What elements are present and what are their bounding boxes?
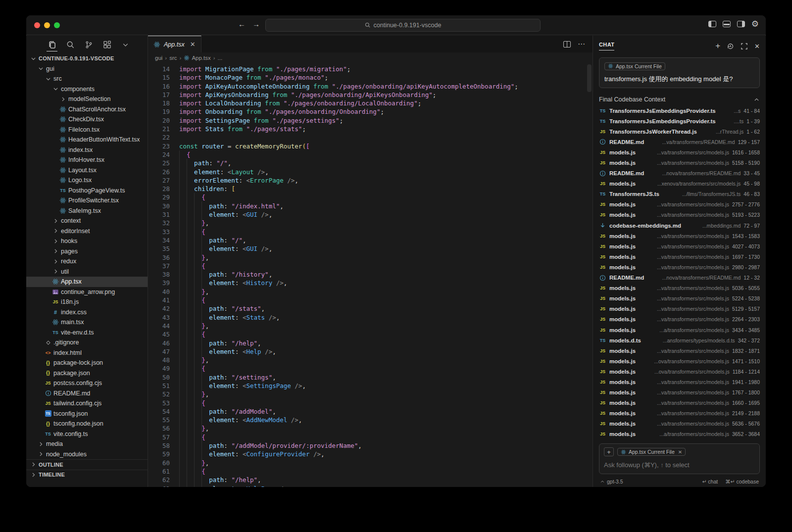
code-line-37[interactable]: 37 {	[148, 262, 593, 270]
context-item[interactable]: JSmodels.js...ova/transformers/src/model…	[599, 366, 760, 377]
code-line-36[interactable]: 36 },	[148, 253, 593, 262]
code-line-33[interactable]: 33 {	[148, 228, 593, 236]
breadcrumb[interactable]: gui›src›App.tsx›...	[148, 52, 593, 63]
context-item[interactable]: JSmodels.js...a/transformers/src/models.…	[599, 429, 760, 439]
tree-item-vite.config.ts[interactable]: TSvite.config.ts	[26, 429, 148, 439]
tree-item-index.tsx[interactable]: index.tsx	[26, 145, 148, 155]
code-line-54[interactable]: 54 path: "/addModel",	[148, 407, 593, 416]
extensions-icon[interactable]	[102, 39, 112, 50]
context-item[interactable]: JSmodels.js...va/transformers/src/models…	[599, 377, 760, 387]
tree-item-i18n.js[interactable]: JSi18n.js	[26, 297, 148, 307]
new-session-plus-icon[interactable]: +	[715, 41, 720, 51]
chat-panel-title[interactable]: CHAT	[599, 42, 614, 50]
tree-item-Layout.tsx[interactable]: Layout.tsx	[26, 165, 148, 176]
code-line-38[interactable]: 38 path: "/history",	[148, 270, 593, 279]
tree-item-node-modules[interactable]: node_modules	[26, 449, 148, 460]
code-line-20[interactable]: 20import SettingsPage from "./pages/sett…	[148, 116, 593, 125]
tree-item-ChatScrollAnchor.tsx[interactable]: ChatScrollAnchor.tsx	[26, 104, 148, 115]
code-line-27[interactable]: 27 errorElement: <ErrorPage />,	[148, 176, 593, 185]
code-line-23[interactable]: 23const router = createMemoryRouter([	[148, 142, 593, 150]
context-chip[interactable]: App.tsx Current File	[604, 62, 665, 70]
search-icon[interactable]	[65, 39, 75, 50]
context-item[interactable]: JSmodels.js...va/transformers/src/models…	[599, 345, 760, 356]
context-item[interactable]: JSmodels.js...va/transformers/src/models…	[599, 398, 760, 408]
context-item[interactable]: TSTransformersJS.ts.../llms/Transformers…	[599, 189, 760, 199]
toggle-bottom-panel-icon[interactable]	[723, 21, 731, 27]
context-item[interactable]: JSmodels.js...ova/transformers/src/model…	[599, 356, 760, 366]
tree-item-Logo.tsx[interactable]: Logo.tsx	[26, 175, 148, 186]
code-line-16[interactable]: 16import ApiKeyAutocompleteOnboarding fr…	[148, 82, 593, 91]
code-line-50[interactable]: 50 path: "/settings",	[148, 373, 593, 382]
tree-item-package.json[interactable]: {}package.json	[26, 368, 148, 379]
tree-item-index.html[interactable]: <>index.html	[26, 348, 148, 358]
code-line-45[interactable]: 45 {	[148, 330, 593, 339]
code-line-46[interactable]: 46 path: "/help",	[148, 339, 593, 347]
tree-item-main.tsx[interactable]: main.tsx	[26, 317, 148, 328]
source-control-icon[interactable]	[84, 39, 94, 50]
context-item[interactable]: JSmodels.js...va/transformers/src/models…	[599, 199, 760, 210]
close-tab-icon[interactable]: ✕	[190, 41, 196, 48]
tree-item-components[interactable]: components	[26, 84, 148, 95]
tree-item-continue-arrow.png[interactable]: continue_arrow.png	[26, 287, 148, 297]
sidebar-section-outline[interactable]: OUTLINE	[26, 459, 148, 470]
maximize-window-button[interactable]	[54, 22, 60, 28]
close-window-button[interactable]	[34, 22, 40, 28]
codebase-submit-hint[interactable]: ⌘↵ codebase	[725, 479, 759, 484]
code-line-57[interactable]: 57 {	[148, 433, 593, 441]
context-item[interactable]: JSmodels.js...va/transformers/src/models…	[599, 419, 760, 429]
tree-item-gui[interactable]: gui	[26, 64, 148, 74]
code-line-60[interactable]: 60 },	[148, 459, 593, 467]
model-selector[interactable]: gpt-3.5	[600, 479, 623, 484]
code-line-51[interactable]: 51 element: <SettingsPage />,	[148, 382, 593, 390]
context-item[interactable]: JSmodels.js...va/transformers/src/models…	[599, 283, 760, 293]
breadcrumb-item[interactable]: App.tsx	[184, 55, 210, 61]
tree-item-ProfileSwitcher.tsx[interactable]: ProfileSwitcher.tsx	[26, 195, 148, 206]
code-line-19[interactable]: 19import Onboarding from "./pages/onboar…	[148, 107, 593, 116]
tree-item-media[interactable]: media	[26, 439, 148, 449]
code-line-47[interactable]: 47 element: <Help />,	[148, 347, 593, 356]
history-icon[interactable]	[727, 43, 734, 50]
breadcrumb-item[interactable]: ...	[218, 55, 223, 61]
context-item[interactable]: JSmodels.js...a/transformers/src/models.…	[599, 325, 760, 335]
code-line-31[interactable]: 31 element: <GUI />,	[148, 210, 593, 219]
code-line-59[interactable]: 59 element: <ConfigureProvider />,	[148, 450, 593, 458]
context-item[interactable]: codebase-embeddings.md...mbeddings.md72 …	[599, 220, 760, 231]
tree-item-CheckDiv.tsx[interactable]: CheckDiv.tsx	[26, 114, 148, 125]
tree-item-src[interactable]: src	[26, 74, 148, 84]
context-item[interactable]: TSTransformersJsEmbeddingsProvider.ts...…	[599, 116, 760, 126]
breadcrumb-item[interactable]: src	[169, 55, 177, 61]
tree-item-tsconfig.json[interactable]: TStsconfig.json	[26, 409, 148, 419]
context-item[interactable]: README.md...nova/transformers/README.md3…	[599, 168, 760, 179]
tree-item-postcss.config.cjs[interactable]: JSpostcss.config.cjs	[26, 378, 148, 388]
code-line-48[interactable]: 48 },	[148, 356, 593, 364]
tree-item-editorInset[interactable]: editorInset	[26, 226, 148, 237]
tree-item-hooks[interactable]: hooks	[26, 236, 148, 246]
code-editor[interactable]: 14import MigrationPage from "./pages/mig…	[148, 63, 593, 487]
code-line-44[interactable]: 44 },	[148, 322, 593, 330]
code-line-55[interactable]: 55 element: <AddNewModel />,	[148, 416, 593, 424]
tree-item-README.md[interactable]: README.md	[26, 388, 148, 399]
chat-input-box[interactable]: + App.tsx Current File ✕ Ask followup (⌘…	[599, 443, 760, 474]
code-line-34[interactable]: 34 path: "/",	[148, 236, 593, 244]
code-line-15[interactable]: 15import MonacoPage from "./pages/monaco…	[148, 73, 593, 82]
breadcrumb-item[interactable]: gui	[155, 55, 162, 61]
context-item[interactable]: README.md...nova/transformers/README.md1…	[599, 273, 760, 283]
chat-input-placeholder[interactable]: Ask followup (⌘Y), ↑ to select	[604, 461, 755, 469]
chat-submit-hint[interactable]: ↵ chat	[702, 479, 718, 484]
close-panel-icon[interactable]: ✕	[754, 43, 760, 50]
tab-app-tsx[interactable]: App.tsx ✕	[148, 36, 201, 52]
tree-item-CONTINUE-0.9.191-VSCODE[interactable]: CONTINUE-0.9.191-VSCODE	[26, 53, 148, 64]
collapse-section-chevron-icon[interactable]	[753, 97, 760, 103]
current-file-chip[interactable]: App.tsx Current File ✕	[617, 448, 686, 456]
code-line-22[interactable]: 22	[148, 133, 593, 142]
tree-item-HeaderButtonWithText.tsx[interactable]: HeaderButtonWithText.tsx	[26, 135, 148, 145]
tree-item-package-lock.json[interactable]: {}package-lock.json	[26, 358, 148, 368]
code-line-26[interactable]: 26 element: <Layout />,	[148, 168, 593, 176]
tree-item-InfoHover.tsx[interactable]: InfoHover.tsx	[26, 155, 148, 165]
code-line-18[interactable]: 18import LocalOnboarding from "./pages/o…	[148, 99, 593, 107]
code-line-39[interactable]: 39 element: <History />,	[148, 279, 593, 287]
tree-item-pages[interactable]: pages	[26, 246, 148, 257]
context-item[interactable]: JSmodels.js...va/transformers/src/models…	[599, 293, 760, 304]
code-line-42[interactable]: 42 path: "/stats",	[148, 304, 593, 313]
context-item[interactable]: JSmodels.js...va/transformers/src/models…	[599, 231, 760, 241]
